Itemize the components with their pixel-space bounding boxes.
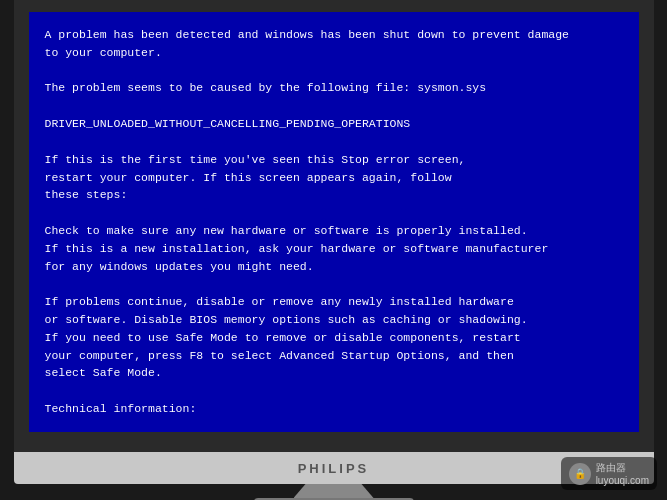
- monitor-brand-bar: PHILIPS: [14, 452, 654, 484]
- monitor-outer: A problem has been detected and windows …: [14, 0, 654, 452]
- bsod-screen: A problem has been detected and windows …: [29, 12, 639, 432]
- monitor-stand: [294, 484, 374, 498]
- monitor-brand-label: PHILIPS: [298, 461, 370, 476]
- monitor-wrapper: A problem has been detected and windows …: [14, 0, 654, 500]
- watermark: 🔒 路由器luyouqi.com: [561, 457, 657, 490]
- watermark-icon: 🔒: [569, 463, 591, 485]
- watermark-text: 路由器luyouqi.com: [596, 461, 649, 486]
- bsod-content: A problem has been detected and windows …: [45, 26, 623, 432]
